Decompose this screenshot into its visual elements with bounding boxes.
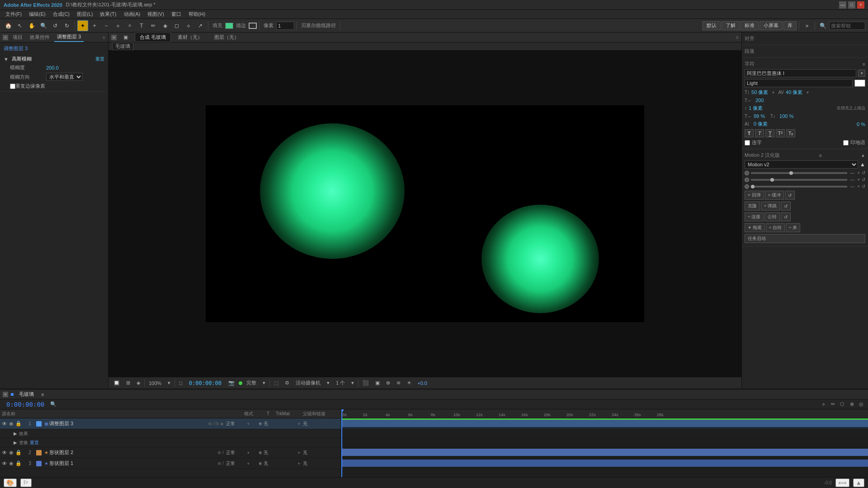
gaussian-blur-item[interactable]: ▼ 高斯模糊 重置: [2, 55, 106, 63]
tool-eraser[interactable]: ◻: [171, 20, 182, 31]
track-2-main[interactable]: [341, 447, 868, 458]
slider-knob-3[interactable]: [745, 184, 749, 189]
comp-panel-close[interactable]: ×: [111, 35, 117, 40]
fmt-superscript[interactable]: T²: [776, 129, 785, 137]
res-dropdown[interactable]: ▾: [260, 379, 268, 388]
tsx-value[interactable]: 99 %: [754, 113, 765, 119]
motion-btn-trail[interactable]: ✴ 拖尾: [745, 223, 765, 232]
close-button[interactable]: ×: [857, 1, 864, 9]
font-style-input[interactable]: [745, 79, 853, 87]
more-tools-btn[interactable]: »: [802, 20, 812, 31]
layer-1-eye[interactable]: 👁: [2, 421, 8, 427]
status-flag-btn[interactable]: 🏳: [20, 479, 32, 487]
layer-2-trkmat-dropdown[interactable]: ▾: [296, 450, 302, 456]
blur-direction-select[interactable]: 水平和垂直 水平 垂直: [46, 73, 83, 81]
layer-row-1[interactable]: 👁 ◉ 🔒 1 ▣ 调整图层 3 ⊕ / fx ◈ 正常 ▾ ⊕ 无 ▾ 无: [0, 418, 341, 429]
motion-btn-come[interactable]: ÷ 来: [786, 223, 800, 232]
layer-3-trkmat-dropdown[interactable]: ▾: [296, 460, 302, 467]
panel-menu-btn[interactable]: ≡: [103, 35, 105, 40]
fmt-caps[interactable]: T̲: [765, 129, 774, 137]
zoom-dropdown[interactable]: ▾: [165, 379, 173, 388]
tool-pen[interactable]: ✦: [77, 20, 88, 31]
baseline-value[interactable]: 0 像素: [754, 121, 768, 127]
menu-edit[interactable]: 编辑(E): [25, 10, 49, 19]
search-btn[interactable]: 🔍: [817, 20, 828, 31]
fill-color-swatch[interactable]: [225, 23, 233, 29]
views-btn[interactable]: 1 个: [334, 379, 347, 388]
search-input[interactable]: [829, 22, 865, 30]
timeline-close-btn[interactable]: ×: [3, 392, 8, 397]
layer-3-lock[interactable]: 🔒: [15, 460, 21, 466]
transform-expand[interactable]: ▶: [14, 440, 17, 445]
menu-animation[interactable]: 动画(A): [120, 10, 144, 19]
motion-btn-ease[interactable]: ≈ 缓冲: [765, 191, 784, 200]
layer-row-3[interactable]: 👁 ◉ 🔒 3 ★ 形状图层 1 ⊕ / 正常 ▾ ⊕ 无 ▾ 无: [0, 458, 341, 469]
layer-3-solo[interactable]: ◉: [9, 460, 14, 466]
menu-help[interactable]: 帮助(H): [185, 10, 209, 19]
views-dropdown[interactable]: ▾: [349, 379, 356, 388]
tl-puppet-btn[interactable]: ⊕: [848, 400, 856, 408]
blur-amount-value[interactable]: 200.0: [46, 65, 59, 70]
menu-view[interactable]: 视图(V): [144, 10, 168, 19]
layer-2-lock[interactable]: 🔒: [15, 450, 21, 455]
tool-roto[interactable]: ⟡: [183, 20, 194, 31]
font-name-input[interactable]: [745, 69, 856, 77]
minimize-button[interactable]: —: [839, 1, 846, 9]
layer-2-eye[interactable]: 👁: [2, 450, 8, 456]
fmt-italic[interactable]: T: [755, 129, 764, 137]
tool-redo[interactable]: ↻: [61, 20, 72, 31]
tl-stamp-btn[interactable]: ⬡: [838, 400, 846, 408]
motion-btn-bounce[interactable]: + 回弹: [745, 191, 764, 200]
tool-puppet[interactable]: ↗: [195, 20, 206, 31]
timeline-tab-comp[interactable]: 毛玻璃: [16, 390, 37, 399]
layer-2-mode-dropdown[interactable]: ▾: [245, 450, 251, 456]
layer-1-trkmat-dropdown[interactable]: ▾: [296, 421, 302, 427]
font-size-value[interactable]: 50 像素: [751, 89, 768, 96]
tl-motion-sketch-btn[interactable]: ✏: [829, 400, 837, 408]
track-3-main[interactable]: [341, 458, 868, 469]
work-area-bar[interactable]: [341, 418, 868, 420]
layer-2-solo[interactable]: ◉: [9, 450, 14, 455]
repeat-edges-checkbox[interactable]: [10, 84, 15, 89]
viewer-snap-btn[interactable]: ◈: [134, 379, 142, 388]
snapshot-btn[interactable]: 📷: [226, 379, 237, 388]
kerning-dropdown[interactable]: ▾: [804, 89, 811, 96]
menu-layer[interactable]: 图层(L): [73, 10, 96, 19]
indic-checkbox[interactable]: [843, 140, 849, 145]
tool-clone[interactable]: ◈: [160, 20, 170, 31]
exposure-btn[interactable]: ☀: [405, 379, 414, 388]
layer-3-name[interactable]: 形状图层 1: [49, 460, 215, 467]
tab-effects-controls[interactable]: 效果控件: [27, 33, 52, 42]
resolution-btn[interactable]: 完整: [244, 379, 259, 388]
motion-btn-bounce2[interactable]: ÷ 弹跳: [761, 202, 780, 211]
tool-hand[interactable]: ✋: [26, 20, 37, 31]
maximize-button[interactable]: □: [848, 1, 855, 9]
library-label[interactable]: 库: [783, 21, 797, 30]
overlay-btn[interactable]: ⊕: [384, 379, 392, 388]
tool-text[interactable]: T: [136, 20, 147, 31]
font-search-btn[interactable]: ▾: [858, 70, 865, 77]
camera-dropdown[interactable]: ▾: [325, 379, 332, 388]
small-screen-label[interactable]: 小屏幕: [760, 21, 783, 30]
menu-file[interactable]: 文件(F): [2, 10, 25, 19]
transparency-btn[interactable]: ⬛: [360, 379, 371, 388]
tool-home[interactable]: 🏠: [3, 20, 14, 31]
kerning-value[interactable]: 40 像素: [786, 89, 802, 96]
char-menu-btn[interactable]: ≡: [863, 61, 865, 67]
layer-1-lock[interactable]: 🔒: [15, 421, 21, 427]
slider-handle-1[interactable]: [789, 171, 793, 175]
slider-track-3[interactable]: [751, 186, 847, 188]
viewer-lock-btn[interactable]: 🔲: [111, 379, 122, 388]
reset-btn[interactable]: 重置: [95, 56, 104, 62]
tracking-value[interactable]: 200: [755, 98, 764, 103]
tool-convert[interactable]: ⟡: [113, 20, 123, 31]
slider-knob-2[interactable]: [745, 178, 749, 182]
transform-value[interactable]: 重置: [30, 440, 39, 446]
tool-brush[interactable]: ✏: [148, 20, 159, 31]
tl-wiggler-btn[interactable]: ⟡: [819, 400, 827, 408]
layer-1-solo[interactable]: ◉: [9, 421, 14, 427]
track-1-main[interactable]: [341, 418, 868, 429]
tool-select[interactable]: ↖: [14, 20, 25, 31]
tool-remove-vertex[interactable]: −: [101, 20, 112, 31]
standard-label[interactable]: 标准: [741, 21, 759, 30]
